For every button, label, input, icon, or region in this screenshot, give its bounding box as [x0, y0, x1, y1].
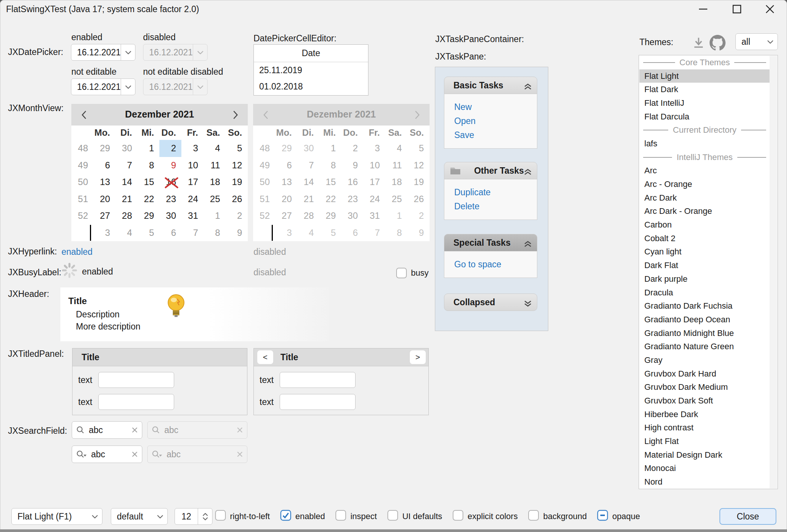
search-icon[interactable]	[76, 425, 85, 435]
hyperlink-enabled[interactable]: enabled	[61, 247, 93, 257]
search-value[interactable]: abc	[89, 425, 132, 435]
calendar-day[interactable]: 31	[181, 207, 203, 224]
font-style-dropdown[interactable]	[153, 508, 167, 524]
calendar-day[interactable]: 9	[159, 157, 181, 174]
checkbox-explicit-colors[interactable]: explicit colors	[452, 510, 518, 523]
calendar-day[interactable]: 5	[137, 224, 159, 242]
calendar-day[interactable]: 11	[203, 157, 225, 174]
github-button[interactable]	[710, 35, 726, 51]
download-themes-button[interactable]	[691, 36, 706, 50]
search-field-menu-enabled[interactable]: abc	[72, 446, 142, 463]
calendar-day[interactable]: 4	[203, 140, 225, 157]
checkbox-right-to-left[interactable]: right-to-left	[215, 510, 270, 523]
calendar-day[interactable]: 4	[115, 224, 137, 242]
theme-list-item[interactable]: Light Flat	[639, 435, 770, 448]
taskpane-header[interactable]: Other Tasks	[444, 162, 537, 179]
checkbox-background[interactable]: background	[528, 510, 587, 523]
text-input[interactable]	[280, 372, 356, 388]
calendar-day[interactable]: 16	[159, 174, 181, 191]
chevron-double-up-icon[interactable]	[524, 240, 532, 250]
theme-list-item[interactable]: Gruvbox Dark Soft	[639, 394, 770, 408]
calendar-day[interactable]: 26	[225, 191, 247, 208]
theme-list-item[interactable]: Arc Dark - Orange	[639, 205, 770, 218]
checkbox-inspect[interactable]: inspect	[335, 510, 377, 523]
theme-list-item[interactable]: Flat Dark	[639, 83, 770, 96]
calendar-day[interactable]: 24	[181, 191, 203, 208]
task-link[interactable]: Go to space	[454, 257, 537, 271]
theme-list-item[interactable]: Gradianto Dark Fuchsia	[639, 299, 770, 313]
theme-list-item[interactable]: Gray	[639, 353, 770, 367]
calendar-day[interactable]: 7	[115, 157, 137, 174]
calendar-day[interactable]: 21	[115, 191, 137, 208]
calendar-day[interactable]: 29	[93, 140, 115, 157]
calendar-day[interactable]: 2	[225, 207, 247, 224]
calendar-day[interactable]: 20	[93, 191, 115, 208]
theme-list-item[interactable]: Flat IntelliJ	[639, 96, 770, 110]
chevron-double-up-icon[interactable]	[524, 168, 532, 177]
datepicker-enabled-dropdown[interactable]	[121, 44, 135, 60]
font-style-combo[interactable]: default	[111, 508, 168, 525]
close-button[interactable]: Close	[719, 508, 776, 525]
text-input[interactable]	[98, 394, 174, 410]
taskpane-header[interactable]: Collapsed	[444, 293, 537, 311]
checkbox-opaque[interactable]: opaque	[597, 510, 640, 523]
theme-list-item[interactable]: Flat Darcula	[639, 110, 770, 124]
calendar-day[interactable]: 28	[115, 207, 137, 224]
text-input[interactable]	[280, 394, 356, 410]
minimize-button[interactable]	[691, 0, 715, 18]
task-link[interactable]: Delete	[454, 199, 537, 213]
clear-icon[interactable]	[132, 427, 137, 433]
calendar-day[interactable]: 30	[115, 140, 137, 157]
laf-combo[interactable]: Flat Light (F1)	[11, 508, 102, 525]
task-link[interactable]: Open	[454, 114, 537, 128]
datepicker-noteditable-value[interactable]: 16.12.2021	[71, 82, 121, 92]
calendar-day[interactable]: 13	[93, 174, 115, 191]
theme-list-item[interactable]: High contrast	[639, 421, 770, 435]
calendar-day[interactable]: 9	[225, 224, 247, 242]
calendar-day[interactable]: 2	[159, 140, 181, 157]
theme-list-item[interactable]: Arc Dark	[639, 191, 770, 205]
font-style-value[interactable]: default	[111, 512, 153, 522]
calendar-day[interactable]: 1	[137, 140, 159, 157]
datepicker-enabled[interactable]: 16.12.2021	[71, 44, 135, 61]
calendar-day[interactable]: 3	[93, 224, 115, 242]
titledpanel-next-button[interactable]: >	[409, 350, 426, 364]
font-size-value[interactable]: 12	[175, 508, 198, 524]
chevron-double-up-icon[interactable]	[524, 82, 532, 92]
theme-list-item[interactable]: Dracula	[639, 286, 770, 300]
maximize-button[interactable]	[725, 0, 749, 18]
theme-list-item[interactable]: Carbon	[639, 218, 770, 232]
chevron-double-down-icon[interactable]	[524, 299, 532, 309]
table-row[interactable]: 01.02.2018	[254, 78, 368, 95]
checkbox-ui-defaults[interactable]: UI defaults	[387, 510, 442, 523]
datepicker-noteditable[interactable]: 16.12.2021	[71, 78, 135, 95]
taskpane-header[interactable]: Basic Tasks	[444, 77, 537, 94]
calendar-day[interactable]: 14	[115, 174, 137, 191]
theme-list-item[interactable]: lafs	[639, 137, 770, 151]
theme-list-item[interactable]: Gradianto Nature Green	[639, 340, 770, 353]
titledpanel-prev-button[interactable]: <	[257, 350, 274, 364]
task-link[interactable]: Save	[454, 128, 537, 142]
calendar-day[interactable]: 12	[225, 157, 247, 174]
calendar-day[interactable]: 18	[203, 174, 225, 191]
search-menu-icon[interactable]	[76, 450, 87, 459]
themes-filter-dropdown[interactable]	[763, 34, 778, 50]
text-input[interactable]	[98, 372, 174, 388]
calendar-day[interactable]: 17	[181, 174, 203, 191]
calendar-day[interactable]: 29	[137, 207, 159, 224]
calendar-day[interactable]: 30	[159, 207, 181, 224]
table-row[interactable]: 25.11.2019	[254, 62, 368, 78]
laf-combo-dropdown[interactable]	[88, 508, 102, 524]
theme-list-item[interactable]: Dark purple	[639, 272, 770, 286]
calendar-day[interactable]: 22	[137, 191, 159, 208]
calendar-day[interactable]: 1	[203, 207, 225, 224]
calendar-day[interactable]: 6	[93, 157, 115, 174]
calendar-day[interactable]: 23	[159, 191, 181, 208]
calendar-day[interactable]: 25	[203, 191, 225, 208]
themes-filter-value[interactable]: all	[736, 37, 763, 47]
calendar-day[interactable]: 7	[181, 224, 203, 242]
theme-list-item[interactable]: Flat Light	[639, 69, 770, 83]
laf-combo-value[interactable]: Flat Light (F1)	[12, 512, 88, 522]
task-link[interactable]: New	[454, 100, 537, 114]
theme-list-item[interactable]: Gruvbox Dark Medium	[639, 381, 770, 394]
